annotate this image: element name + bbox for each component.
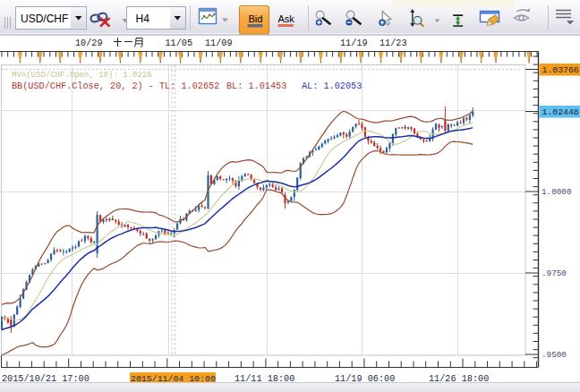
svg-text:Bid: Bid [249, 13, 263, 24]
svg-text:2015/11/04 10:00: 2015/11/04 10:00 [131, 374, 216, 384]
svg-text:1.0000: 1.0000 [542, 187, 571, 197]
svg-text:10/29: 10/29 [75, 38, 103, 48]
svg-text:11/09: 11/09 [205, 38, 233, 48]
svg-text:BL: 1.01453: BL: 1.01453 [226, 81, 286, 91]
svg-text:2015/10/21 17:00: 2015/10/21 17:00 [2, 374, 90, 384]
svg-text:11/05: 11/05 [166, 38, 193, 48]
svg-text:AL: 1.02053: AL: 1.02053 [302, 81, 362, 91]
svg-text:USD/CHF: USD/CHF [21, 13, 68, 25]
svg-text:1.02448: 1.02448 [542, 107, 579, 117]
svg-text:11/11 18:00: 11/11 18:00 [235, 374, 294, 384]
svg-text:Ask: Ask [278, 13, 295, 24]
svg-text:11/19: 11/19 [340, 38, 368, 48]
svg-text:11/23: 11/23 [380, 38, 407, 48]
svg-text:MVA(USD/CHF.Open, 10): 1.0226: MVA(USD/CHF.Open, 10): 1.0226 [12, 71, 152, 80]
svg-text:.9500: .9500 [542, 350, 567, 360]
svg-text:11/26 18:00: 11/26 18:00 [429, 374, 489, 384]
svg-text:H4: H4 [136, 13, 150, 25]
svg-text:11/19 06:00: 11/19 06:00 [335, 374, 395, 384]
svg-text:BB(USD/CHF.Close, 20, 2) -: BB(USD/CHF.Close, 20, 2) - [12, 81, 154, 91]
svg-text:1.03766: 1.03766 [542, 65, 579, 75]
svg-text:.9750: .9750 [542, 268, 567, 278]
svg-text:TL: 1.02652: TL: 1.02652 [159, 81, 219, 91]
